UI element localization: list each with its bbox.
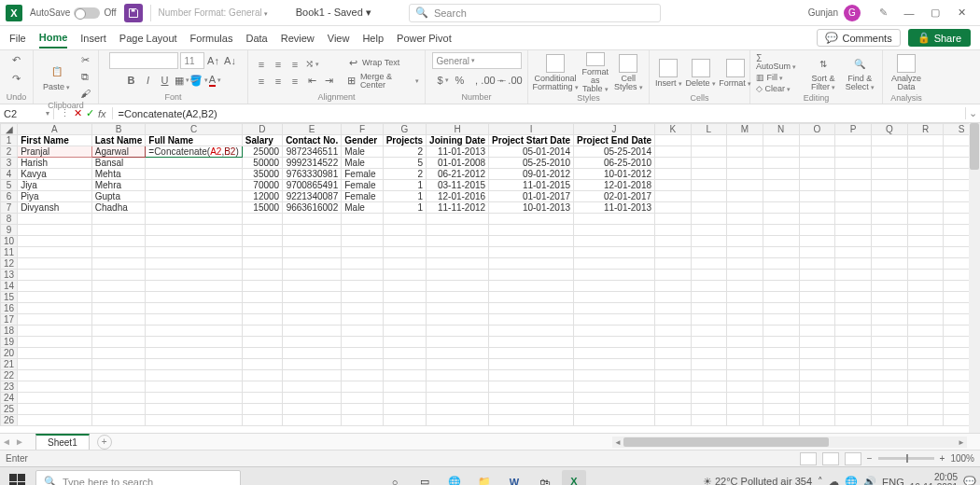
language-indicator[interactable]: ENG (882, 477, 904, 486)
col-F[interactable]: F (342, 124, 383, 135)
delete-cells-button[interactable]: Delete (686, 52, 716, 93)
share-button[interactable]: 🔒 Share (908, 29, 971, 47)
select-all-corner[interactable]: ◢ (1, 124, 18, 135)
copy-icon[interactable]: ⧉ (77, 69, 92, 84)
align-top-icon[interactable]: ≡ (254, 57, 269, 72)
task-view-icon[interactable]: ▭ (413, 470, 437, 486)
explorer-icon[interactable]: 📁 (472, 470, 497, 486)
col-E[interactable]: E (283, 124, 342, 135)
number-format-select[interactable]: General (432, 52, 522, 69)
italic-icon[interactable]: I (141, 73, 156, 88)
tab-view[interactable]: View (328, 29, 350, 48)
redo-icon[interactable]: ↷ (9, 71, 24, 86)
row-7[interactable]: 7DivyanshChadha150009663616002Male111-11… (1, 202, 980, 214)
row-2[interactable]: 2 Pranjal Agarwal =Concatenate(A2,B2) 25… (1, 146, 980, 158)
col-C[interactable]: C (146, 124, 242, 135)
zoom-out-icon[interactable]: − (867, 453, 873, 464)
col-J[interactable]: J (574, 124, 655, 135)
sheet-nav-next[interactable]: ► (13, 436, 26, 447)
restore-button[interactable]: ▢ (922, 0, 948, 26)
fx-icon[interactable]: fx (98, 108, 106, 119)
row-4[interactable]: 4KavyaMehta350009763330981Female206-21-2… (1, 169, 980, 180)
column-headers[interactable]: ◢ ABCDEFGHIJKLMNOPQRS (1, 124, 980, 135)
fill-color-icon[interactable]: 🪣 (191, 73, 206, 88)
format-cells-button[interactable]: Format (720, 52, 751, 93)
find-select-button[interactable]: 🔍Find & Select (844, 52, 876, 93)
autosave-toggle[interactable] (74, 7, 100, 19)
row-5[interactable]: 5JiyaMehra700009700865491Female103-11-20… (1, 180, 980, 191)
clear-button[interactable]: ◇ Clear (756, 84, 803, 93)
font-name-input[interactable] (109, 52, 178, 69)
word-icon[interactable]: W (502, 470, 526, 486)
undo-icon[interactable]: ↶ (9, 52, 24, 67)
taskbar-search[interactable]: 🔍 Type here to search (35, 470, 241, 486)
col-H[interactable]: H (427, 124, 489, 135)
merge-center-button[interactable]: ⊞Merge & Center (345, 73, 419, 90)
autosum-button[interactable]: ∑ AutoSum (756, 52, 803, 71)
excel-taskbar-icon[interactable]: X (562, 470, 586, 486)
row-3[interactable]: 3HarishBansal500009992314522Male501-01-2… (1, 158, 980, 169)
align-center-icon[interactable]: ≡ (271, 74, 286, 89)
chrome-icon[interactable]: 🌐 (442, 470, 467, 486)
align-bottom-icon[interactable]: ≡ (287, 57, 302, 72)
align-left-icon[interactable]: ≡ (254, 74, 269, 89)
start-button[interactable] (4, 469, 30, 486)
col-I[interactable]: I (489, 124, 574, 135)
horizontal-scrollbar[interactable]: ◄ ► (612, 436, 967, 448)
conditional-formatting-button[interactable]: Conditional Formatting (534, 52, 577, 93)
cortana-icon[interactable]: ○ (383, 470, 407, 486)
decrease-decimal-icon[interactable]: ←.00 (503, 73, 518, 88)
cut-icon[interactable]: ✂ (77, 52, 92, 67)
user-avatar[interactable]: G (844, 5, 861, 21)
indent-inc-icon[interactable]: ⇥ (321, 74, 336, 89)
paste-button[interactable]: 📋 Paste (39, 56, 74, 97)
row-6[interactable]: 6PiyaGupta120009221340087Female112-01-20… (1, 191, 980, 202)
page-break-view-icon[interactable] (845, 452, 861, 465)
tab-page-layout[interactable]: Page Layout (119, 29, 177, 48)
user-name[interactable]: Gunjan (808, 7, 838, 18)
insert-cells-button[interactable]: Insert (655, 52, 682, 93)
tab-insert[interactable]: Insert (80, 29, 106, 48)
accounting-icon[interactable]: $ (436, 73, 451, 88)
tray-chevron-icon[interactable]: ˄ (818, 476, 823, 485)
spreadsheet-grid[interactable]: ◢ ABCDEFGHIJKLMNOPQRS 1 First NameLast N… (0, 123, 980, 426)
wrap-text-button[interactable]: ↩Wrap Text (345, 56, 419, 71)
col-G[interactable]: G (383, 124, 426, 135)
save-button[interactable] (124, 4, 143, 22)
add-sheet-button[interactable]: + (97, 435, 112, 450)
search-box[interactable]: 🔍 Search (409, 4, 661, 22)
sheet-nav-prev[interactable]: ◄ (0, 436, 13, 447)
sort-filter-button[interactable]: ⇅Sort & Filter (806, 52, 839, 93)
weather-widget[interactable]: ☀ 22°C Polluted air 354 (703, 476, 812, 485)
store-icon[interactable]: 🛍 (532, 470, 556, 486)
vertical-scrollbar[interactable] (969, 123, 980, 433)
cell-styles-button[interactable]: Cell Styles (614, 52, 644, 93)
expand-formula-bar-icon[interactable]: ⌄ (965, 107, 980, 119)
font-size-input[interactable]: 11 (180, 52, 204, 69)
indent-dec-icon[interactable]: ⇤ (304, 74, 319, 89)
align-middle-icon[interactable]: ≡ (271, 57, 286, 72)
bold-icon[interactable]: B (124, 73, 139, 88)
page-layout-view-icon[interactable] (822, 452, 839, 465)
increase-font-icon[interactable]: A↑ (206, 53, 221, 68)
system-clock[interactable]: 20:05 19-11-2021 (910, 472, 958, 486)
fill-button[interactable]: ▥ Fill (756, 73, 803, 82)
tab-home[interactable]: Home (39, 28, 68, 48)
normal-view-icon[interactable] (800, 452, 817, 465)
percent-icon[interactable]: % (453, 73, 468, 88)
formula-input[interactable]: =Concatenate(A2,B2) (113, 108, 965, 119)
tab-data[interactable]: Data (245, 29, 267, 48)
decrease-font-icon[interactable]: A↓ (223, 53, 238, 68)
close-button[interactable]: ✕ (948, 0, 974, 26)
comments-button[interactable]: 💬 Comments (817, 29, 900, 47)
draw-mode-icon[interactable]: ✎ (870, 0, 896, 26)
sheet-tab-sheet1[interactable]: Sheet1 (35, 434, 90, 450)
align-right-icon[interactable]: ≡ (287, 74, 302, 89)
underline-icon[interactable]: U (158, 73, 173, 88)
hscroll-left-icon[interactable]: ◄ (612, 438, 623, 447)
notifications-icon[interactable]: 💬 (963, 476, 976, 485)
active-cell[interactable]: =Concatenate(A2,B2) (146, 146, 242, 158)
border-icon[interactable]: ▦ (175, 73, 189, 88)
format-painter-icon[interactable]: 🖌 (77, 86, 92, 101)
number-format-quick[interactable]: Number Format: General (159, 7, 268, 18)
